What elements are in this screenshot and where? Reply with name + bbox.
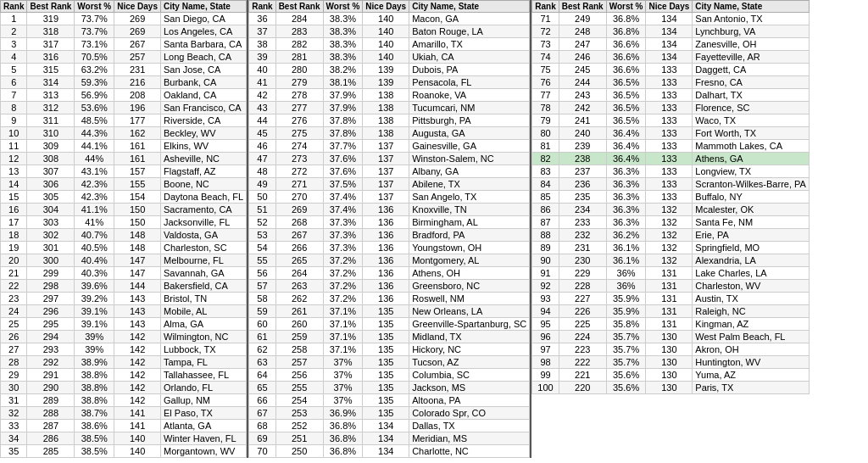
rank-3: 140 [363,13,409,25]
rank-2: 41.1% [75,204,114,216]
rank-3: 131 [646,293,693,305]
city-name: Morgantown, WV [161,445,247,458]
table-row: 4427637.8%138Pittsburgh, PA [249,114,530,127]
rank-2: 37% [323,382,363,394]
rank-3: 133 [646,191,693,204]
rank-2: 36.5% [606,102,646,114]
table-row: 9222836%131Charleston, WV [532,280,810,293]
city-name: San Jose, CA [161,64,247,76]
rank-2: 36.3% [606,165,646,178]
city-name: Dubois, PA [409,64,530,76]
city-name: Melbourne, FL [161,254,247,267]
rank-1: 291 [27,369,75,382]
city-name: Akron, OH [693,343,810,356]
rank-2: 37.2% [323,293,363,305]
city-name: Savannah, GA [161,267,247,280]
rank-0: 89 [532,242,559,254]
city-name: New Orleans, LA [409,305,530,318]
rank-1: 223 [559,343,606,356]
rank-2: 37.4% [323,191,363,204]
rank-1: 268 [275,216,323,229]
city-name: Atlanta, GA [161,420,247,432]
rank-3: 135 [363,394,409,407]
city-name: Santa Fe, NM [693,216,810,229]
rank-2: 36% [606,267,646,280]
table-row: 7324736.6%134Zanesville, OH [532,38,810,51]
table-row: 4127938.1%139Pensacola, FL [249,76,530,89]
rank-1: 242 [559,102,606,114]
rank-0: 21 [1,267,27,280]
rank-1: 249 [559,13,606,25]
rank-3: 267 [114,38,161,51]
rank-1: 292 [27,356,75,369]
rank-1: 220 [559,382,606,394]
rank-2: 36.1% [606,242,646,254]
rank-0: 5 [1,64,27,76]
city-name: Knoxville, TN [409,204,530,216]
rank-0: 33 [1,420,27,432]
rank-0: 39 [249,51,275,64]
rank-1: 301 [27,242,75,254]
city-name: Mammoth Lakes, CA [693,140,810,153]
header-rank: Rank [1,1,27,13]
table-row: 9822235.7%130Huntington, WV [532,356,810,369]
rank-3: 135 [363,305,409,318]
rank-3: 133 [646,114,693,127]
city-name: Scranton-Wilkes-Barre, PA [693,178,810,191]
rank-1: 270 [275,191,323,204]
rank-3: 142 [114,394,161,407]
rank-1: 232 [559,229,606,242]
rank-3: 148 [114,242,161,254]
table-row: 4727337.6%137Winston-Salem, NC [249,153,530,165]
rank-3: 161 [114,153,161,165]
rank-0: 38 [249,38,275,51]
rank-0: 91 [532,267,559,280]
city-name: Zanesville, OH [693,38,810,51]
city-name: Augusta, GA [409,127,530,140]
rank-2: 38.5% [75,445,114,458]
column-group-2: RankBest RankWorst %Nice DaysCity Name, … [248,0,531,458]
rank-1: 295 [27,318,75,331]
rank-0: 3 [1,38,27,51]
city-name: Valdosta, GA [161,229,247,242]
rank-2: 40.3% [75,267,114,280]
rank-2: 38.8% [75,394,114,407]
rank-3: 135 [363,407,409,420]
table-row: 7924136.5%133Waco, TX [532,114,810,127]
table-row: 3628438.3%140Macon, GA [249,13,530,25]
header-nice-days: Nice Days [363,1,409,13]
rank-1: 302 [27,229,75,242]
rank-0: 84 [532,178,559,191]
table-row: 431670.5%257Long Beach, CA [1,51,247,64]
city-name: Tallahassee, FL [161,369,247,382]
rank-2: 37% [323,369,363,382]
table-row: 7224836.8%134Lynchburg, VA [532,25,810,38]
rank-3: 137 [363,191,409,204]
rank-1: 280 [275,64,323,76]
rank-0: 88 [532,229,559,242]
rank-0: 17 [1,216,27,229]
city-name: Youngstown, OH [409,242,530,254]
rank-3: 155 [114,178,161,191]
table-row: 4627437.7%137Gainesville, GA [249,140,530,153]
table-row: 4527537.8%138Augusta, GA [249,127,530,140]
table-row: 7524536.6%133Daggett, CA [532,64,810,76]
table-row: 3029038.8%142Orlando, FL [1,382,247,394]
city-name: Austin, TX [693,293,810,305]
rank-3: 130 [646,356,693,369]
rank-3: 147 [114,267,161,280]
rank-0: 85 [532,191,559,204]
city-name: Bristol, TN [161,293,247,305]
rank-1: 287 [27,420,75,432]
rank-3: 143 [114,293,161,305]
rank-2: 37.9% [323,89,363,102]
rank-0: 58 [249,293,275,305]
rank-3: 136 [363,254,409,267]
rank-2: 73.7% [75,13,114,25]
rank-0: 41 [249,76,275,89]
rank-0: 24 [1,305,27,318]
city-name: El Paso, TX [161,407,247,420]
rank-3: 148 [114,229,161,242]
rank-0: 36 [249,13,275,25]
rank-0: 73 [532,38,559,51]
